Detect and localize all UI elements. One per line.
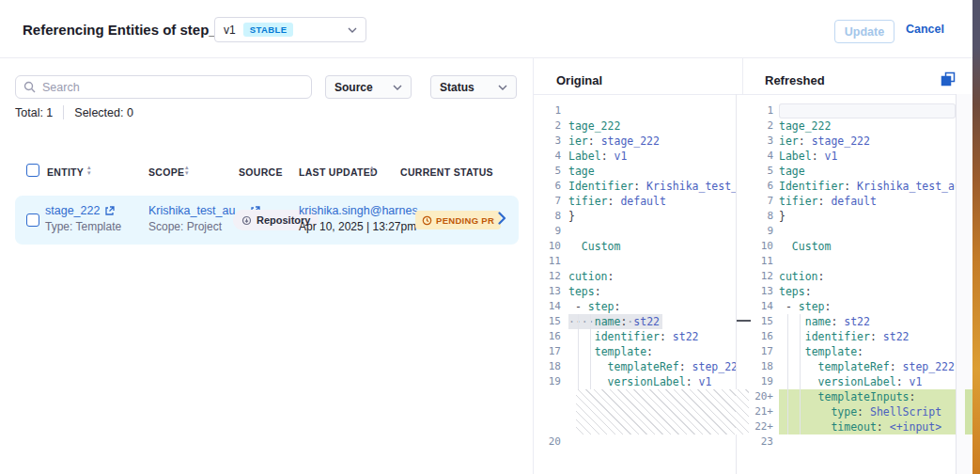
last-updated-cell: krishika.singh@harnes... Apr 10, 2025 | … xyxy=(299,204,428,233)
scope-link[interactable]: Krishika_test_au... xyxy=(148,204,245,217)
table-header: ENTITY ▴▾ SCOPE ▴▾ SOURCE LAST UPDATED ▴… xyxy=(0,162,533,186)
sort-last-updated-icon[interactable]: ▴▾ xyxy=(370,165,374,176)
row-expand-chevron-icon[interactable] xyxy=(498,212,506,225)
entity-cell: stage_222 Type: Template xyxy=(45,204,121,233)
chevron-down-icon xyxy=(393,85,402,90)
modal-container: Referencing Entities of step_222 v1 STAB… xyxy=(0,0,973,474)
source-filter-label: Source xyxy=(334,81,373,94)
repository-icon xyxy=(241,215,252,226)
copy-icon[interactable] xyxy=(941,71,956,87)
refreshed-pane-title: Refreshed xyxy=(765,73,825,87)
diff-overview-ruler xyxy=(956,94,973,474)
search-box xyxy=(15,75,312,99)
summary-divider xyxy=(63,105,64,119)
sort-entity-icon[interactable]: ▴▾ xyxy=(87,165,91,176)
entity-link[interactable]: stage_222 xyxy=(45,204,100,217)
update-button[interactable]: Update xyxy=(834,20,894,43)
diff-hatch-filler xyxy=(736,389,749,434)
updated-by-link[interactable]: krishika.singh@harnes... xyxy=(299,204,428,217)
original-pane-title: Original xyxy=(556,73,602,87)
status-filter-dropdown[interactable]: Status xyxy=(430,75,517,99)
indent-guide xyxy=(590,314,591,389)
indent-guide xyxy=(800,314,801,434)
indent-guide xyxy=(578,314,579,389)
stable-badge: STABLE xyxy=(243,23,294,37)
table-row[interactable]: stage_222 Type: Template Krishika_test_a… xyxy=(15,196,519,245)
selection-summary: Total: 1 Selected: 0 xyxy=(15,105,133,119)
status-filter-label: Status xyxy=(440,81,474,94)
total-count: Total: 1 xyxy=(15,106,53,119)
external-link-icon[interactable] xyxy=(104,206,115,216)
chevron-down-icon xyxy=(498,85,507,90)
referencing-entities-dialog: Referencing Entities of step_222 v1 STAB… xyxy=(0,0,980,474)
selected-count: Selected: 0 xyxy=(74,106,133,119)
column-scope: SCOPE xyxy=(148,166,184,178)
dialog-header: Referencing Entities of step_222 v1 STAB… xyxy=(0,0,973,58)
page-title: Referencing Entities of step_222 xyxy=(23,22,241,38)
pane-divider xyxy=(742,58,743,95)
column-entity: ENTITY xyxy=(47,166,84,178)
sort-scope-icon[interactable]: ▴▾ xyxy=(185,165,189,176)
clock-icon xyxy=(422,215,432,226)
version-select[interactable]: v1 STABLE xyxy=(214,17,366,42)
status-badge-label: PENDING PR xyxy=(436,215,494,226)
status-badge: PENDING PR xyxy=(415,211,501,229)
column-last-updated: LAST UPDATED xyxy=(299,166,378,178)
column-source: SOURCE xyxy=(239,166,283,178)
source-filter-dropdown[interactable]: Source xyxy=(325,75,412,99)
diff-cursor-connector xyxy=(737,320,751,322)
search-input[interactable] xyxy=(42,81,303,94)
version-label: v1 xyxy=(224,24,236,37)
column-current-status: CURRENT STATUS xyxy=(400,166,493,178)
cancel-button[interactable]: Cancel xyxy=(906,23,944,36)
search-icon xyxy=(23,81,36,93)
select-all-checkbox[interactable] xyxy=(26,164,39,177)
indent-guide xyxy=(787,314,788,434)
chevron-down-icon xyxy=(348,27,357,33)
updated-at: Apr 10, 2025 | 13:27pm xyxy=(299,220,428,233)
page-background-strip xyxy=(972,0,980,474)
refreshed-code-pane[interactable]: 1 2tage_2223ier: stage_2224Label: v15tag… xyxy=(749,94,956,474)
original-code-pane[interactable]: 1 2tage_2223ier: stage_2224Label: v15tag… xyxy=(533,94,736,474)
entity-type: Type: Template xyxy=(45,220,121,233)
row-checkbox[interactable] xyxy=(26,213,39,227)
